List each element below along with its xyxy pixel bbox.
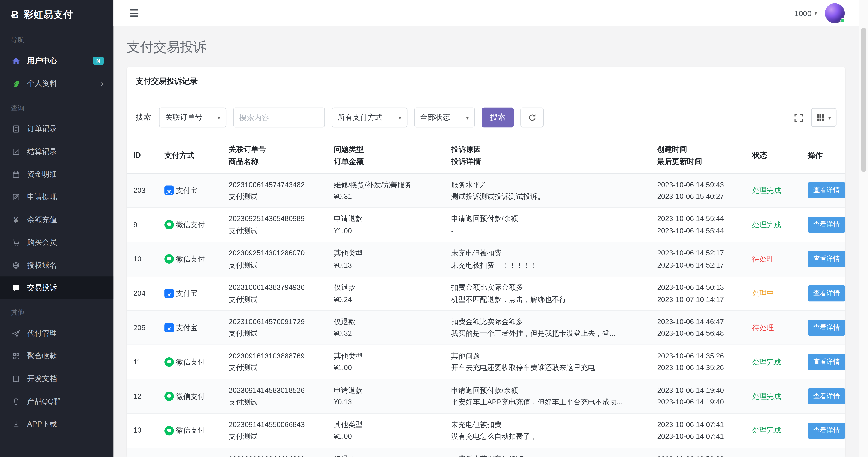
sidebar-item-order-records[interactable]: 订单记录 [0, 117, 114, 140]
search-button[interactable]: 搜索 [482, 108, 514, 127]
caret-down-icon: ▾ [218, 114, 220, 120]
complaint-id: 13 [127, 413, 160, 448]
sidebar-section-query: 查询 [0, 95, 114, 117]
sidebar-item-qq-group[interactable]: 产品QQ群 [0, 390, 114, 413]
scrollbar-thumb[interactable] [861, 28, 866, 172]
view-detail-button[interactable]: 查看详情 [808, 251, 845, 267]
status-badge: 处理完成 [752, 392, 781, 400]
brand[interactable]: Ƀ 彩虹易支付 [0, 0, 114, 27]
sidebar-item-label: 订单记录 [27, 124, 57, 134]
order-amount: ¥1.00 [334, 430, 442, 442]
status-badge: 待处理 [752, 323, 774, 332]
product-name: 支付测试 [229, 225, 325, 237]
sidebar-item-label: 授权域名 [27, 260, 57, 270]
payment-method: 微信支付 [164, 253, 220, 265]
comment-icon [11, 283, 21, 292]
sidebar-item-profile[interactable]: 个人资料 › [0, 72, 114, 94]
col-reason: 投诉原因 投诉详情 [447, 138, 653, 173]
sidebar-item-dev-docs[interactable]: 开发文档 [0, 367, 114, 390]
sidebar-item-app-download[interactable]: APP下载 [0, 413, 114, 435]
complaint-id: 203 [127, 173, 160, 208]
vertical-scrollbar[interactable] [859, 0, 868, 457]
alipay-icon: 支 [164, 323, 174, 333]
sidebar-item-payout[interactable]: 代付管理 [0, 322, 114, 344]
complaint-reason: 未充电但被扣费 [451, 419, 648, 430]
calendar-icon [11, 170, 21, 179]
payment-method: 支 支付宝 [164, 287, 220, 299]
wechat-icon [164, 426, 174, 435]
sidebar-item-aggregate-collect[interactable]: 聚合收款 [0, 345, 114, 367]
complaint-reason: 申请退回预付款/余额 [451, 213, 648, 225]
order-amount: ¥0.31 [334, 191, 442, 202]
order-amount: ¥0.13 [334, 259, 442, 271]
status-select[interactable]: 全部状态 ▾ [414, 108, 475, 127]
created-time: 2023-10-06 14:46:47 [657, 316, 744, 327]
issue-type: 仅退款 [334, 316, 442, 327]
updated-time: 2023-10-06 14:35:26 [657, 362, 744, 374]
fullscreen-button[interactable] [794, 113, 803, 122]
product-name: 支付测试 [229, 327, 325, 339]
created-time: 2023-10-06 14:35:26 [657, 350, 744, 362]
wechat-icon [164, 357, 174, 367]
status-badge: 待处理 [752, 255, 774, 263]
sidebar-item-settlement-records[interactable]: 结算记录 [0, 140, 114, 163]
order-no: 2023091613103888769 [229, 350, 325, 362]
sidebar-item-complaints[interactable]: 交易投诉 [0, 276, 114, 299]
user-avatar[interactable] [825, 3, 845, 23]
search-label: 搜索 [135, 112, 151, 122]
payment-method-select[interactable]: 所有支付方式 ▾ [332, 108, 407, 127]
view-detail-button[interactable]: 查看详情 [808, 285, 845, 302]
main-area: 1000 ▾ 支付交易投诉 支付交易投诉记录 搜索 关联订单号 ▾ 所有支付方式 [114, 0, 859, 457]
balance-dropdown[interactable]: 1000 ▾ [794, 8, 817, 17]
brand-name: 彩虹易支付 [24, 8, 73, 21]
sidebar-item-domain[interactable]: 授权域名 [0, 254, 114, 276]
search-field-value: 关联订单号 [165, 112, 203, 122]
sidebar-item-withdraw[interactable]: 申请提现 [0, 185, 114, 208]
search-input[interactable] [233, 108, 325, 127]
complaint-detail: 没有充电怎么自动扣费了， [451, 430, 648, 442]
refresh-icon [528, 113, 536, 121]
view-detail-button[interactable]: 查看详情 [808, 182, 845, 199]
view-detail-button[interactable]: 查看详情 [808, 217, 845, 233]
search-field-select[interactable]: 关联订单号 ▾ [159, 108, 226, 127]
col-action: 操作 [803, 138, 845, 173]
complaint-detail: 开车去充电还要收取停车费谁还敢来这里充电 [451, 362, 648, 374]
sidebar-item-label: 余额充值 [27, 215, 57, 225]
leaf-icon [11, 79, 21, 88]
status-badge: 处理中 [752, 289, 774, 297]
complaint-reason: 扣费金额比实际金额多 [451, 281, 648, 293]
issue-type: 申请退款 [334, 384, 442, 396]
updated-time: 2023-10-06 14:19:40 [657, 396, 744, 408]
col-status: 状态 [748, 138, 803, 173]
view-detail-button[interactable]: 查看详情 [808, 319, 845, 336]
sidebar-item-label: 代付管理 [27, 328, 57, 338]
col-order: 关联订单号 商品名称 [224, 138, 330, 173]
col-id: ID [127, 138, 160, 173]
caret-down-icon: ▾ [814, 10, 817, 16]
updated-time: 2023-10-06 14:56:48 [657, 327, 744, 339]
sidebar-item-label: 用户中心 [27, 56, 57, 65]
order-no: 2023091414583018526 [229, 384, 325, 396]
order-amount: ¥1.00 [334, 362, 442, 374]
view-detail-button[interactable]: 查看详情 [808, 354, 845, 370]
view-detail-button[interactable]: 查看详情 [808, 422, 845, 438]
view-detail-button[interactable]: 查看详情 [808, 388, 845, 404]
updated-time: 2023-10-06 15:40:27 [657, 191, 744, 202]
status-value: 全部状态 [420, 112, 450, 122]
product-name: 支付测试 [229, 430, 325, 442]
sidebar-item-recharge[interactable]: ¥ 余额充值 [0, 208, 114, 231]
table-row: 205 支 支付宝 2023100614570091729 支付测试 仅退款 ¥… [127, 311, 845, 345]
edit-square-icon [11, 192, 21, 202]
sidebar-item-membership[interactable]: 购买会员 [0, 231, 114, 254]
sidebar-item-fund-details[interactable]: 资金明细 [0, 163, 114, 185]
refresh-button[interactable] [520, 108, 544, 127]
columns-dropdown-button[interactable]: ▾ [811, 108, 837, 127]
sidebar-item-label: 产品QQ群 [27, 396, 61, 406]
paper-plane-icon [11, 329, 21, 338]
order-no: 2023100614574743482 [229, 178, 325, 190]
complaint-reason: 未充电但被扣费 [451, 247, 648, 259]
sidebar-item-user-center[interactable]: 用户中心 N [0, 49, 114, 72]
complaint-id: 205 [127, 311, 160, 345]
sidebar-toggle-icon[interactable] [130, 9, 138, 17]
topbar: 1000 ▾ [114, 0, 859, 26]
